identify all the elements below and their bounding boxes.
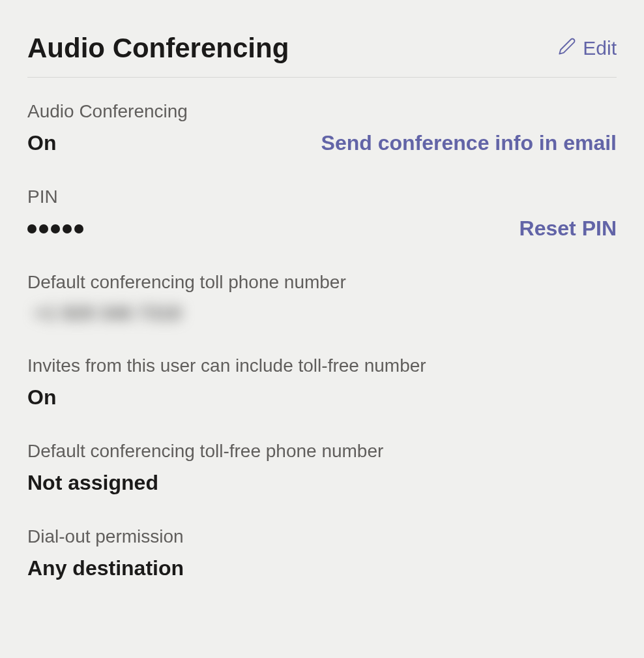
section-header: Audio Conferencing Edit [27, 33, 617, 78]
edit-button[interactable]: Edit [558, 37, 617, 60]
tollfree-number-field: Default conferencing toll-free phone num… [27, 441, 617, 495]
field-label: Audio Conferencing [27, 101, 617, 122]
tollfree-number-value: Not assigned [27, 471, 158, 495]
audio-conferencing-field: Audio Conferencing On Send conference in… [27, 101, 617, 155]
pencil-icon [558, 37, 576, 60]
pin-field: PIN Reset PIN [27, 187, 617, 241]
include-tollfree-field: Invites from this user can include toll-… [27, 355, 617, 410]
toll-number-value: +1 929 346 7319 [27, 302, 188, 324]
field-label: Dial-out permission [27, 526, 617, 547]
reset-pin-link[interactable]: Reset PIN [520, 217, 617, 241]
field-label: Default conferencing toll-free phone num… [27, 441, 617, 462]
field-label: Invites from this user can include toll-… [27, 355, 617, 376]
field-label: Default conferencing toll phone number [27, 272, 617, 293]
field-label: PIN [27, 187, 617, 207]
pin-dot [39, 224, 48, 233]
pin-dot [51, 224, 60, 233]
dialout-permission-field: Dial-out permission Any destination [27, 526, 617, 580]
pin-dot [63, 224, 72, 233]
include-tollfree-value: On [27, 385, 56, 410]
audio-conferencing-value: On [27, 131, 56, 155]
edit-label: Edit [583, 37, 617, 59]
page-title: Audio Conferencing [27, 33, 289, 64]
dialout-permission-value: Any destination [27, 556, 184, 580]
pin-dot [74, 224, 83, 233]
pin-dot [27, 224, 37, 233]
send-conference-info-link[interactable]: Send conference info in email [321, 131, 617, 155]
pin-masked-value [27, 224, 83, 233]
toll-number-field: Default conferencing toll phone number +… [27, 272, 617, 324]
